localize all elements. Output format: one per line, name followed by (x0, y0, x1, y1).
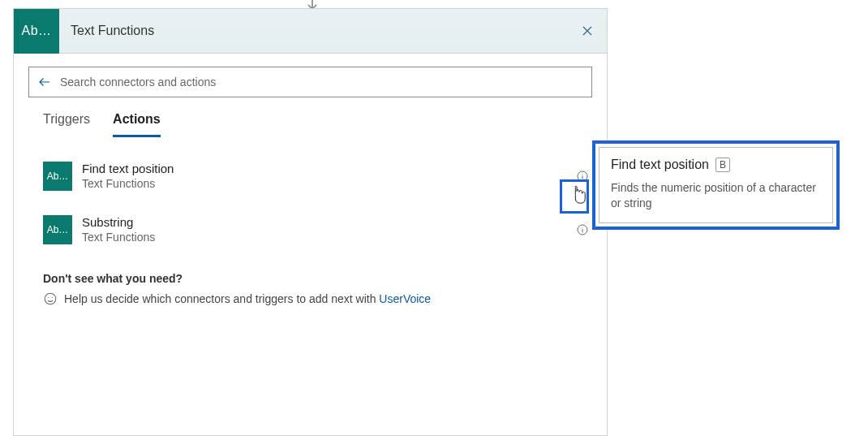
close-icon (581, 24, 594, 37)
svg-point-8 (52, 297, 53, 298)
uservoice-link[interactable]: UserVoice (379, 292, 431, 305)
search-bar (28, 67, 592, 97)
info-highlight-box (560, 179, 589, 214)
tabs: Triggers Actions (14, 97, 607, 137)
tab-triggers[interactable]: Triggers (43, 112, 90, 137)
tooltip-description: Finds the numeric position of a characte… (611, 180, 821, 211)
smile-icon (43, 291, 58, 306)
footer-heading: Don't see what you need? (43, 272, 578, 285)
panel-title: Text Functions (59, 24, 568, 38)
tooltip-title: Find text position (611, 158, 709, 172)
svg-point-6 (45, 293, 56, 304)
arrow-left-icon (37, 75, 52, 89)
footer: Don't see what you need? Help us decide … (14, 264, 607, 306)
action-icon: Ab… (43, 215, 72, 244)
info-button[interactable] (573, 223, 592, 236)
info-icon (576, 223, 589, 236)
footer-text: Help us decide which connectors and trig… (64, 292, 379, 305)
action-find-text-position[interactable]: Ab… Find text position Text Functions (43, 157, 592, 196)
svg-point-2 (582, 173, 582, 174)
connector-icon: Ab… (14, 9, 59, 54)
action-substring[interactable]: Ab… Substring Text Functions (43, 210, 592, 249)
action-title: Substring (82, 215, 573, 231)
connector-panel: Ab… Text Functions Triggers Actions Ab… … (13, 8, 608, 436)
tooltip-badge: B (715, 158, 730, 172)
panel-header: Ab… Text Functions (14, 9, 607, 54)
tab-actions[interactable]: Actions (113, 112, 161, 137)
action-title: Find text position (82, 162, 573, 177)
tooltip-inner: Find text position B Finds the numeric p… (599, 147, 833, 223)
action-text: Substring Text Functions (72, 215, 573, 244)
action-subtitle: Text Functions (82, 177, 573, 192)
action-icon: Ab… (43, 162, 72, 191)
search-input[interactable] (60, 76, 583, 88)
actions-list: Ab… Find text position Text Functions Ab… (14, 137, 607, 249)
tooltip: Find text position B Finds the numeric p… (592, 140, 840, 230)
footer-help-line: Help us decide which connectors and trig… (43, 291, 578, 306)
close-button[interactable] (568, 24, 607, 37)
back-button[interactable] (37, 75, 52, 89)
action-subtitle: Text Functions (82, 231, 573, 245)
svg-point-7 (48, 297, 49, 298)
tooltip-head: Find text position B (611, 158, 821, 172)
action-text: Find text position Text Functions (72, 162, 573, 191)
svg-point-5 (582, 227, 582, 227)
